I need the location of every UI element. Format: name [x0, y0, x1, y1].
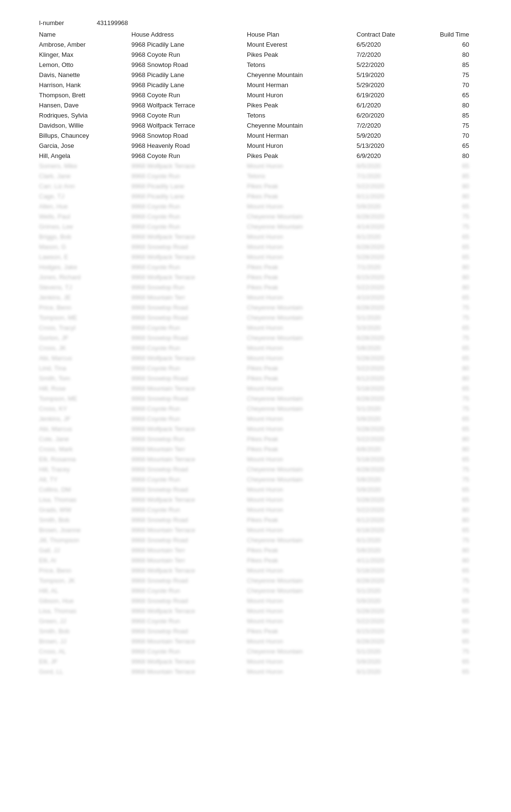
cell-build-blurred: 65 — [426, 525, 472, 535]
cell-address-blurred: 9968 Coyote Run — [131, 363, 247, 373]
cell-plan-blurred: Mount Huron — [247, 505, 357, 515]
blurred-table-row: Cross, JK 9968 Coyote Run Mount Huron 5/… — [39, 343, 472, 353]
cell-plan: Mount Everest — [247, 39, 357, 50]
cell-date-blurred: 6/8/2020 — [357, 444, 426, 454]
cell-date-blurred: 5/3/2020 — [357, 323, 426, 333]
cell-plan: Tetons — [247, 110, 357, 120]
cell-address-blurred: 9968 Coyote Run — [131, 505, 247, 515]
blurred-table-row: Tompson, ME 9968 Snowtop Road Cheyenne M… — [39, 393, 472, 404]
cell-name-blurred: Jenkins, JF — [39, 414, 131, 424]
blurred-table-row: Price, Benn 9968 Wolfpack Terrace Mount … — [39, 565, 472, 576]
cell-build-blurred: 75 — [426, 576, 472, 586]
cell-name-blurred: Gall, JJ — [39, 545, 131, 555]
cell-plan-blurred: Mount Huron — [247, 414, 357, 424]
cell-date-blurred: 6/28/2020 — [357, 242, 426, 252]
cell-build-blurred: 75 — [426, 313, 472, 323]
cell-plan-blurred: Mount Huron — [247, 201, 357, 211]
cell-plan: Pikes Peak — [247, 50, 357, 60]
cell-plan-blurred: Mount Huron — [247, 565, 357, 576]
cell-name-blurred: Lisa, Thomas — [39, 495, 131, 505]
blurred-table-row: Lisa, Thomas 9968 Wolfpack Terrace Mount… — [39, 606, 472, 616]
cell-build-blurred: 80 — [426, 545, 472, 555]
cell-plan-blurred: Mount Huron — [247, 606, 357, 616]
blurred-table-row: Lisa, Thomas 9968 Wolfpack Terrace Mount… — [39, 495, 472, 505]
cell-date-blurred: 5/28/2020 — [357, 424, 426, 434]
cell-name-blurred: Elli, Al — [39, 555, 131, 565]
table-row: Davidson, Willie 9968 Wolfpack Terrace C… — [39, 120, 472, 131]
cell-address-blurred: 9968 Coyote Run — [131, 404, 247, 414]
cell-plan-blurred: Cheyenne Mountain — [247, 302, 357, 313]
cell-build-blurred: 65 — [426, 606, 472, 616]
cell-plan-blurred: Pikes Peak — [247, 444, 357, 454]
cell-date-blurred: 5/9/2020 — [357, 596, 426, 606]
table-row: Davis, Nanette 9968 Picadily Lane Cheyen… — [39, 70, 472, 80]
cell-date-blurred: 7/1/2020 — [357, 171, 426, 181]
cell-date-blurred: 4/10/2020 — [357, 292, 426, 302]
cell-build-blurred: 80 — [426, 434, 472, 444]
cell-name: Davidson, Willie — [39, 120, 131, 131]
cell-name-blurred: Gord, LL — [39, 667, 131, 677]
cell-date-blurred: 6/28/2020 — [357, 636, 426, 646]
cell-build-blurred: 65 — [426, 485, 472, 495]
cell-address-blurred: 9968 Coyote Run — [131, 474, 247, 485]
cell-date-blurred: 5/1/2020 — [357, 404, 426, 414]
cell-name-blurred: Briggs, Bob — [39, 232, 131, 242]
col-header-build: Build Time — [426, 29, 472, 39]
cell-plan: Cheyenne Mountain — [247, 120, 357, 131]
cell-date-blurred: 6/15/2020 — [357, 626, 426, 636]
cell-plan-blurred: Pikes Peak — [247, 282, 357, 292]
cell-build-blurred: 80 — [426, 626, 472, 636]
blurred-table-row: Gall, JJ 9968 Mountain Terr Pikes Peak 5… — [39, 545, 472, 555]
cell-plan-blurred: Mount Huron — [247, 656, 357, 667]
cell-address: 9968 Wolfpack Terrace — [131, 120, 247, 131]
cell-name-blurred: Tompson, ME — [39, 313, 131, 323]
cell-plan-blurred: Cheyenne Mountain — [247, 393, 357, 404]
blurred-table-row: Jenkins, JF 9968 Coyote Run Mount Huron … — [39, 414, 472, 424]
blurred-table-row: Gibson, Hue 9968 Snowtop Road Mount Huro… — [39, 596, 472, 606]
blurred-table-row: Tompson, JK 9968 Snowtop Road Cheyenne M… — [39, 576, 472, 586]
cell-build-blurred: 80 — [426, 272, 472, 282]
table-row: Garcia, Jose 9968 Heavenly Road Mount Hu… — [39, 141, 472, 151]
cell-date-blurred: 5/18/2020 — [357, 454, 426, 464]
cell-address-blurred: 9968 Coyote Run — [131, 414, 247, 424]
cell-build-blurred: 65 — [426, 383, 472, 393]
cell-address-blurred: 9968 Snowtop Road — [131, 333, 247, 343]
cell-address-blurred: 9968 Mountain Terrace — [131, 525, 247, 535]
cell-date-blurred: 5/28/2020 — [357, 606, 426, 616]
cell-address: 9968 Snowtop Road — [131, 131, 247, 141]
cell-name-blurred: Clark, Jane — [39, 171, 131, 181]
blurred-table-row: Elli, Rosanna 9968 Mountain Terrace Moun… — [39, 454, 472, 464]
blurred-table-row: Mason, G 9968 Snowtop Road Mount Huron 6… — [39, 242, 472, 252]
cell-plan-blurred: Mount Huron — [247, 343, 357, 353]
cell-plan-blurred: Mount Huron — [247, 525, 357, 535]
cell-date-blurred: 5/9/2020 — [357, 485, 426, 495]
cell-name-blurred: Cross, AL — [39, 646, 131, 656]
cell-name-blurred: Cross, Tracyl — [39, 323, 131, 333]
cell-build: 80 — [426, 50, 472, 60]
cell-build-blurred: 65 — [426, 201, 472, 211]
cell-build-blurred: 75 — [426, 333, 472, 343]
table-header-row: Name House Address House Plan Contract D… — [39, 29, 472, 39]
cell-plan: Mount Huron — [247, 141, 357, 151]
cell-plan-blurred: Mount Huron — [247, 495, 357, 505]
cell-address-blurred: 9968 Snowtop Road — [131, 515, 247, 525]
blurred-table-row: Grimes, Lee 9968 Coyote Run Cheyenne Mou… — [39, 222, 472, 232]
blurred-table-row: Smith, Tom 9968 Snowtop Road Pikes Peak … — [39, 373, 472, 383]
i-number-row: I-number 431199968 — [39, 19, 472, 26]
cell-plan-blurred: Mount Huron — [247, 454, 357, 464]
cell-address-blurred: 9968 Coyote Run — [131, 343, 247, 353]
cell-address-blurred: 9968 Wolfpack Terrace — [131, 252, 247, 262]
cell-plan-blurred: Mount Huron — [247, 424, 357, 434]
cell-date-blurred: 5/1/2020 — [357, 313, 426, 323]
blurred-table-row: Brown, Joanne 9968 Mountain Terrace Moun… — [39, 525, 472, 535]
cell-address-blurred: 9968 Snowtop Road — [131, 576, 247, 586]
cell-plan-blurred: Mount Huron — [247, 252, 357, 262]
cell-plan-blurred: Cheyenne Mountain — [247, 646, 357, 656]
cell-plan-blurred: Mount Huron — [247, 353, 357, 363]
cell-address-blurred: 9968 Mountain Terrace — [131, 454, 247, 464]
cell-date-blurred: 5/1/2020 — [357, 646, 426, 656]
cell-date: 6/9/2020 — [357, 151, 426, 161]
cell-address: 9968 Coyote Run — [131, 50, 247, 60]
blurred-table-row: Hill, Tracey 9968 Snowtop Road Cheyenne … — [39, 464, 472, 474]
cell-address-blurred: 9968 Coyote Run — [131, 201, 247, 211]
